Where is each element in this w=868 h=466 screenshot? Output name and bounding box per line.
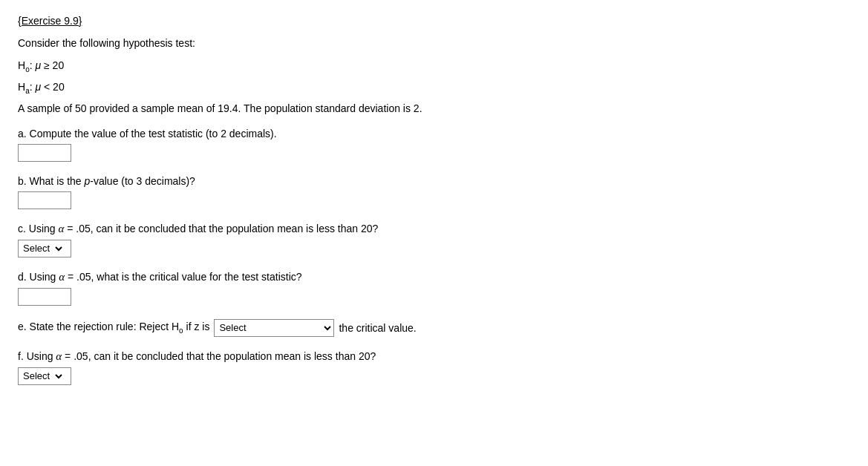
question-a-label: a. Compute the value of the test statist… [18, 128, 850, 140]
answer-c-select[interactable]: Select Yes No [20, 240, 65, 257]
answer-b-input[interactable] [18, 191, 71, 209]
question-c-label: c. Using α = .05, can it be concluded th… [18, 223, 850, 235]
question-e-label: e. State the rejection rule: Reject Ho i… [18, 319, 850, 337]
answer-e-select[interactable]: Select less than or equal to greater tha… [215, 320, 333, 336]
question-d-block: d. Using α = .05, what is the critical v… [18, 271, 850, 306]
answer-f-select[interactable]: Select Yes No [20, 368, 65, 384]
answer-c-select-wrapper[interactable]: Select Yes No [18, 240, 71, 257]
question-c-block: c. Using α = .05, can it be concluded th… [18, 223, 850, 257]
answer-f-select-wrapper[interactable]: Select Yes No [18, 367, 71, 385]
exercise-title: {Exercise 9.9} [18, 15, 850, 27]
question-a-block: a. Compute the value of the test statist… [18, 128, 850, 162]
ha-hypothesis: Ha: μ < 20 [18, 81, 850, 95]
sample-info: A sample of 50 provided a sample mean of… [18, 102, 850, 114]
question-e-block: e. State the rejection rule: Reject Ho i… [18, 319, 850, 337]
question-b-block: b. What is the p-value (to 3 decimals)? [18, 175, 850, 209]
h0-hypothesis: Ho: μ ≥ 20 [18, 59, 850, 73]
answer-e-select-wrapper[interactable]: Select less than or equal to greater tha… [214, 319, 334, 337]
answer-a-input[interactable] [18, 144, 71, 162]
question-f-label: f. Using α = .05, can it be concluded th… [18, 350, 850, 363]
question-f-block: f. Using α = .05, can it be concluded th… [18, 350, 850, 385]
intro-text: Consider the following hypothesis test: [18, 37, 850, 49]
question-d-label: d. Using α = .05, what is the critical v… [18, 271, 850, 283]
answer-d-input[interactable] [18, 288, 71, 306]
question-b-label: b. What is the p-value (to 3 decimals)? [18, 175, 850, 187]
